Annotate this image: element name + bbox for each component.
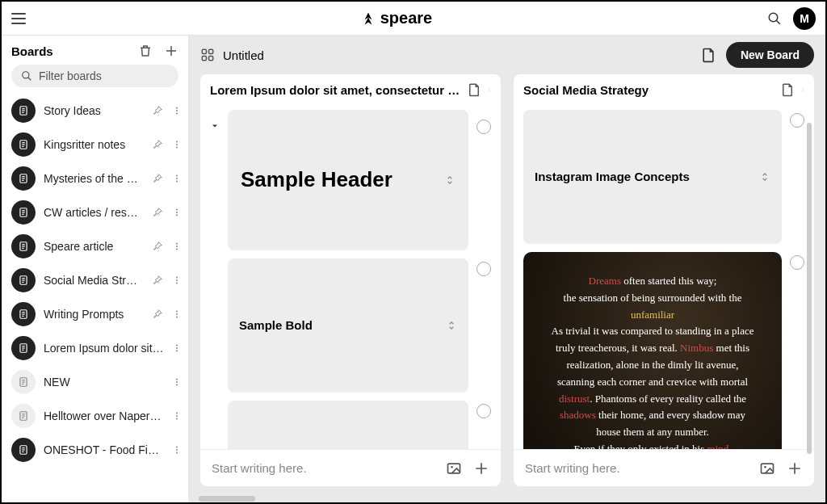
- more-icon[interactable]: [172, 309, 182, 320]
- sidebar-item-label: NEW: [44, 376, 164, 388]
- panel-footer: Start writing here.: [514, 449, 814, 486]
- sidebar-item[interactable]: Speare article: [2, 229, 188, 263]
- reorder-icon[interactable]: [446, 265, 457, 386]
- panel-title[interactable]: Social Media Strategy: [523, 83, 774, 97]
- board-breadcrumb: Untitled: [223, 48, 264, 62]
- main-area: Untitled New Board Lorem Ipsum dolor sit…: [189, 36, 825, 502]
- pin-icon[interactable]: [151, 274, 164, 287]
- block-concepts-header[interactable]: Instagram Image Concepts: [523, 110, 782, 244]
- plus-icon[interactable]: [787, 460, 803, 477]
- selection-circle[interactable]: [476, 120, 491, 134]
- reorder-icon[interactable]: [446, 407, 457, 449]
- page-icon[interactable]: [780, 82, 795, 97]
- selection-circle[interactable]: [476, 262, 491, 276]
- pin-icon[interactable]: [151, 138, 164, 151]
- compose-input[interactable]: Start writing here.: [525, 461, 748, 475]
- block-bold[interactable]: Sample Bold: [228, 258, 468, 393]
- sidebar-item-label: CW articles / resour...: [44, 206, 143, 219]
- panel-title[interactable]: Lorem Ipsum dolor sit amet, consectetur …: [210, 83, 460, 97]
- more-icon[interactable]: [172, 207, 182, 218]
- pin-icon[interactable]: [151, 206, 164, 219]
- reorder-icon[interactable]: [759, 116, 770, 237]
- sidebar-item[interactable]: ONESHOT - Food Fight ...: [2, 433, 188, 467]
- panel-body[interactable]: Instagram Image Concepts Dreams often st…: [514, 105, 814, 449]
- more-icon[interactable]: [488, 83, 491, 96]
- pin-icon[interactable]: [151, 172, 164, 185]
- panel-left: Lorem Ipsum dolor sit amet, consectetur …: [200, 74, 501, 486]
- horizontal-scroll[interactable]: [189, 494, 825, 502]
- doc-icon: [11, 166, 36, 191]
- mainbar: Untitled New Board: [189, 36, 825, 74]
- more-icon[interactable]: [172, 241, 182, 252]
- more-icon[interactable]: [172, 410, 182, 422]
- avatar[interactable]: M: [793, 7, 816, 30]
- topbar: speare M: [2, 2, 825, 36]
- brand-logo-icon: [361, 11, 376, 26]
- selection-circle[interactable]: [476, 404, 491, 418]
- sidebar: Boards Filter boards Story IdeasKingsrit…: [2, 36, 189, 502]
- block-header[interactable]: Sample Header: [228, 110, 468, 250]
- sidebar-title: Boards: [11, 44, 53, 58]
- block-italics[interactable]: Sample Italics: [228, 401, 468, 449]
- add-board-icon[interactable]: [164, 44, 178, 58]
- collapse-caret-icon[interactable]: [210, 121, 220, 131]
- sidebar-item-label: Kingsritter notes: [44, 138, 143, 151]
- pin-icon[interactable]: [151, 240, 164, 253]
- sidebar-item[interactable]: Mysteries of the Out...: [2, 162, 188, 195]
- sidebar-item[interactable]: NEW: [2, 365, 188, 399]
- sidebar-item-label: Story Ideas: [44, 104, 143, 117]
- doc-icon: [11, 336, 36, 360]
- sidebar-item-label: Writing Prompts: [44, 308, 143, 321]
- compose-input[interactable]: Start writing here.: [212, 461, 434, 475]
- more-icon[interactable]: [801, 83, 804, 96]
- reorder-icon[interactable]: [444, 120, 455, 241]
- doc-icon: [11, 99, 36, 123]
- sidebar-item-label: Helltower over Napervil...: [44, 410, 164, 422]
- more-icon[interactable]: [172, 444, 182, 456]
- page-icon[interactable]: [467, 82, 481, 97]
- doc-icon: [11, 234, 36, 258]
- selection-circle[interactable]: [790, 113, 804, 128]
- sidebar-item[interactable]: Lorem Ipsum dolor sit a...: [2, 331, 188, 365]
- image-card-1[interactable]: Dreams often started this way; the sensa…: [523, 252, 782, 449]
- sidebar-item[interactable]: Writing Prompts: [2, 297, 188, 331]
- panel-right: Social Media Strategy Instagram Image Co…: [514, 74, 814, 486]
- block-text: Sample Bold: [239, 317, 438, 334]
- search-icon[interactable]: [767, 11, 782, 26]
- sidebar-item[interactable]: Kingsritter notes: [2, 128, 188, 162]
- panel-footer: Start writing here.: [200, 449, 501, 486]
- doc-icon: [11, 200, 36, 225]
- filter-boards-input[interactable]: Filter boards: [11, 65, 178, 87]
- selection-circle[interactable]: [790, 255, 804, 270]
- more-icon[interactable]: [172, 173, 182, 184]
- more-icon[interactable]: [172, 105, 182, 116]
- page-icon[interactable]: [700, 47, 716, 63]
- brand: speare: [361, 9, 433, 27]
- image-icon[interactable]: [759, 460, 775, 477]
- more-icon[interactable]: [172, 275, 182, 286]
- plus-icon[interactable]: [473, 460, 489, 477]
- block-text: Sample Header: [241, 165, 436, 195]
- layout-grid-icon[interactable]: [200, 48, 215, 62]
- sidebar-item[interactable]: CW articles / resour...: [2, 195, 188, 229]
- sidebar-item[interactable]: Helltower over Napervil...: [2, 399, 188, 433]
- doc-icon: [11, 438, 36, 462]
- sidebar-item[interactable]: Story Ideas: [2, 94, 188, 128]
- sidebar-item-label: Speare article: [44, 240, 143, 253]
- more-icon[interactable]: [172, 342, 182, 354]
- more-icon[interactable]: [172, 139, 182, 150]
- brand-name: speare: [380, 9, 433, 27]
- more-icon[interactable]: [172, 376, 182, 388]
- board-list[interactable]: Story IdeasKingsritter notesMysteries of…: [2, 94, 188, 502]
- sidebar-item-label: Social Media Strategy: [44, 274, 143, 287]
- panel-body[interactable]: Sample Header Sample Bold: [200, 105, 501, 449]
- image-icon[interactable]: [446, 460, 462, 477]
- hamburger-menu-icon[interactable]: [11, 13, 26, 24]
- trash-icon[interactable]: [138, 44, 153, 58]
- pin-icon[interactable]: [151, 104, 164, 117]
- pin-icon[interactable]: [151, 308, 164, 321]
- new-board-button[interactable]: New Board: [726, 42, 814, 68]
- sidebar-item[interactable]: Social Media Strategy: [2, 263, 188, 297]
- sidebar-item-label: Lorem Ipsum dolor sit a...: [44, 342, 164, 355]
- filter-placeholder: Filter boards: [39, 69, 102, 82]
